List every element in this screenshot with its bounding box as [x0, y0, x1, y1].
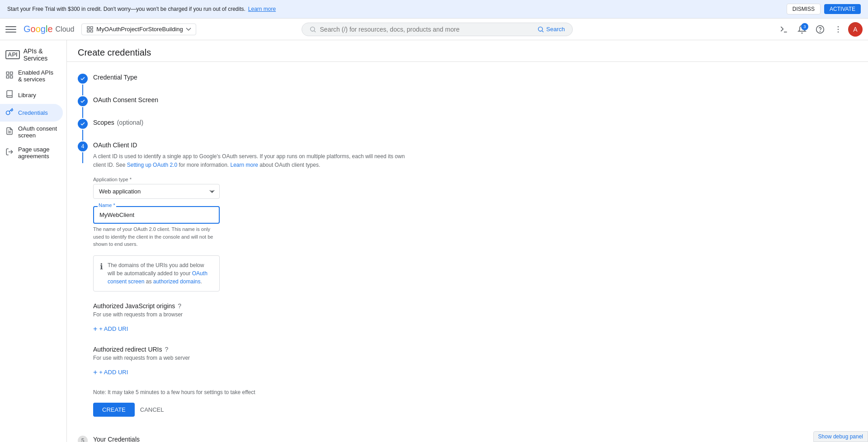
add-uri2-label: + ADD URI: [99, 369, 128, 376]
step1-indicator: [78, 74, 88, 95]
step2-content: OAuth Consent Screen: [93, 95, 418, 111]
step5-circle: 5: [78, 436, 88, 442]
add-uri-button-redirect[interactable]: + + ADD URI: [93, 367, 128, 378]
banner-actions: DISMISS ACTIVATE: [787, 4, 861, 14]
step5-indicator: 5: [78, 436, 88, 442]
step5-content: Your Credentials DONE CANCEL: [93, 435, 418, 442]
setup-oauth-link[interactable]: Setting up OAuth 2.0: [127, 162, 177, 168]
add-uri2-plus-icon: +: [93, 368, 97, 376]
main-content: Create credentials Credential Type: [67, 40, 868, 442]
search-btn-icon: [537, 26, 544, 33]
credentials-icon: [5, 108, 14, 118]
step1-content: Credential Type: [93, 73, 418, 88]
create-button[interactable]: CREATE: [93, 403, 135, 417]
step1-line: [82, 85, 83, 95]
step4-circle: 4: [78, 141, 88, 151]
app-type-group: Application type * Web application: [93, 177, 418, 199]
project-selector[interactable]: MyOAuthProjectForStoreBuilding: [81, 24, 196, 35]
step3-title: Scopes (optional): [93, 118, 418, 130]
svg-point-4: [310, 27, 314, 31]
authorized-domains-link[interactable]: authorized domains: [153, 278, 201, 285]
google-cloud-logo[interactable]: Google Cloud: [24, 24, 74, 34]
notification-badge: 3: [801, 23, 808, 30]
learn-more-oauth-link[interactable]: Learn more: [231, 162, 258, 168]
app-type-label: Application type *: [93, 177, 418, 182]
page-title: Create credentials: [78, 47, 857, 58]
oauth-client-desc: A client ID is used to identify a single…: [93, 152, 418, 169]
app-type-select[interactable]: Web application: [93, 184, 220, 199]
name-input[interactable]: [93, 206, 220, 224]
cloud-wordmark: Cloud: [56, 25, 75, 33]
svg-rect-0: [87, 27, 90, 29]
terminal-icon: [779, 25, 788, 34]
app-body: API APIs & Services Enabled APIs & servi…: [0, 40, 868, 442]
avatar[interactable]: A: [848, 22, 863, 37]
more-vert-icon: [834, 25, 843, 34]
name-group: Name * The name of your OAuth 2.0 client…: [93, 206, 418, 248]
step1-title: Credential Type: [93, 73, 418, 85]
settings-note: Note: It may take 5 minutes to a few hou…: [93, 389, 418, 395]
more-options-button[interactable]: [830, 21, 846, 38]
svg-rect-12: [6, 72, 9, 74]
js-origins-title: Authorized JavaScript origins ?: [93, 302, 418, 310]
name-input-wrapper: Name *: [93, 206, 220, 224]
sidebar-item-library[interactable]: Library: [0, 86, 63, 104]
redirect-uris-section: Authorized redirect URIs ? For use with …: [93, 346, 418, 378]
chevron-down-icon: [186, 28, 191, 31]
sidebar-item-oauth-consent[interactable]: OAuth consent screen: [0, 122, 63, 142]
help-button[interactable]: [812, 21, 828, 38]
terminal-icon-button[interactable]: [776, 21, 792, 38]
name-floating-label: Name *: [98, 202, 116, 208]
library-icon: [5, 90, 14, 100]
create-cancel-row: CREATE CANCEL: [93, 403, 418, 417]
add-uri-button-js[interactable]: + + ADD URI: [93, 323, 128, 335]
step3-line: [82, 130, 83, 141]
step3-content: Scopes (optional): [93, 118, 418, 133]
notification-button[interactable]: 3: [794, 21, 810, 38]
js-origins-help-icon[interactable]: ?: [178, 302, 181, 310]
step4-title: OAuth Client ID: [93, 141, 418, 152]
banner-text-area: Start your Free Trial with $300 in credi…: [7, 6, 276, 12]
page-header: Create credentials: [67, 40, 868, 62]
optional-label: (optional): [117, 119, 143, 126]
sidebar-label-page-usage: Page usage agreements: [18, 146, 57, 160]
sidebar-api-label: API APIs & Services: [0, 44, 66, 66]
project-name: MyOAuthProjectForStoreBuilding: [96, 26, 183, 33]
svg-rect-1: [91, 27, 93, 29]
banner-learn-more[interactable]: Learn more: [248, 6, 276, 12]
activate-button[interactable]: ACTIVATE: [824, 4, 861, 14]
page-usage-icon: [5, 148, 14, 158]
step-oauth-consent: OAuth Consent Screen: [78, 95, 418, 118]
content-area: Credential Type OAuth Consent Screen: [67, 62, 429, 442]
dismiss-button[interactable]: DISMISS: [787, 4, 821, 14]
step4-line: [82, 152, 83, 163]
header-icons: 3 A: [776, 21, 863, 38]
search-button[interactable]: Search: [537, 26, 565, 33]
sidebar-item-credentials[interactable]: Credentials: [0, 104, 63, 122]
sidebar-item-enabled-apis[interactable]: Enabled APIs & services: [0, 66, 63, 86]
redirect-uris-help-icon[interactable]: ?: [165, 346, 169, 353]
google-wordmark: Google: [24, 24, 53, 34]
search-input[interactable]: [320, 26, 534, 33]
step2-title: OAuth Consent Screen: [93, 95, 418, 107]
cancel-button[interactable]: CANCEL: [140, 406, 164, 413]
project-icon: [86, 26, 94, 33]
step2-circle: [78, 96, 88, 106]
js-origins-desc: For use with requests from a browser: [93, 311, 418, 318]
add-uri-plus-icon: +: [93, 325, 97, 333]
svg-point-9: [838, 26, 839, 27]
sidebar: API APIs & Services Enabled APIs & servi…: [0, 40, 67, 442]
info-box: ℹ The domains of the URIs you add below …: [93, 255, 220, 292]
step-credential-type: Credential Type: [78, 73, 418, 95]
add-uri-label: + ADD URI: [99, 325, 128, 332]
svg-rect-2: [87, 30, 90, 32]
menu-icon[interactable]: [5, 24, 16, 35]
step5-title: Your Credentials: [93, 435, 418, 442]
show-debug-panel[interactable]: Show debug panel: [813, 431, 868, 442]
svg-point-10: [838, 28, 839, 30]
js-origins-section: Authorized JavaScript origins ? For use …: [93, 302, 418, 335]
step2-indicator: [78, 96, 88, 118]
api-badge: API: [5, 50, 20, 59]
step4-indicator: 4: [78, 141, 88, 163]
sidebar-item-page-usage[interactable]: Page usage agreements: [0, 142, 63, 163]
